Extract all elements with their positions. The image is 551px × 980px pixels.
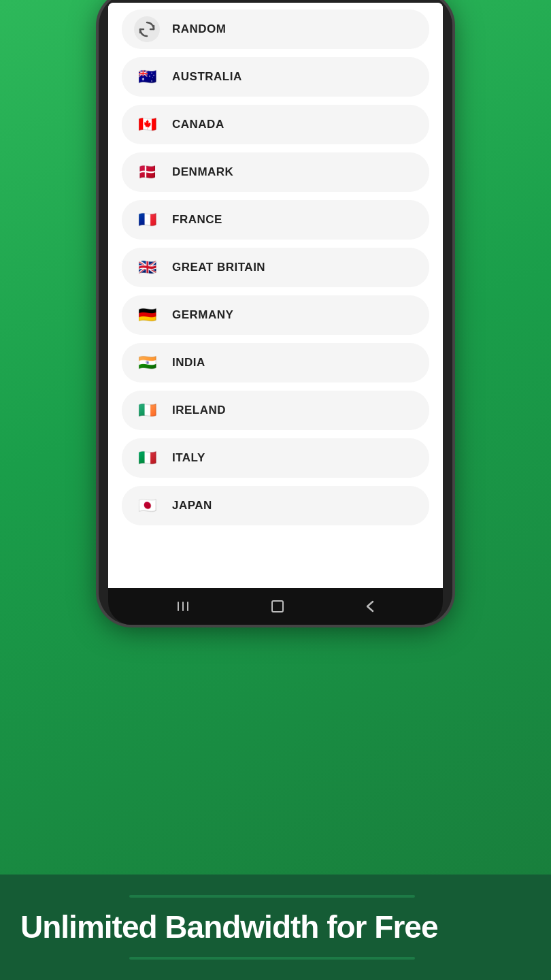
flag-great-britain: 🇬🇧 bbox=[134, 255, 160, 280]
list-item[interactable]: 🇮🇹 ITALY bbox=[122, 438, 429, 478]
country-name: ITALY bbox=[172, 451, 205, 465]
country-name: FRANCE bbox=[172, 213, 222, 227]
list-item[interactable]: 🇦🇺 AUSTRALIA bbox=[122, 57, 429, 97]
flag-denmark: 🇩🇰 bbox=[134, 159, 160, 185]
flag-germany: 🇩🇪 bbox=[134, 302, 160, 328]
bottom-banner: Unlimited Bandwidth for Free bbox=[0, 875, 551, 980]
country-name: AUSTRALIA bbox=[172, 70, 242, 84]
home-nav-icon[interactable] bbox=[270, 599, 285, 614]
banner-text: Unlimited Bandwidth for Free bbox=[20, 910, 524, 945]
country-list: RANDOM 🇦🇺 AUSTRALIA 🇨🇦 CANADA 🇩🇰 DENMARK bbox=[108, 3, 443, 540]
list-item[interactable]: RANDOM bbox=[122, 10, 429, 49]
menu-nav-icon[interactable] bbox=[176, 600, 190, 612]
random-icon bbox=[134, 16, 160, 42]
banner-line-bottom bbox=[129, 957, 415, 960]
banner-line-top bbox=[129, 895, 415, 898]
list-item[interactable]: 🇮🇪 IRELAND bbox=[122, 391, 429, 430]
list-item[interactable]: 🇬🇧 GREAT BRITAIN bbox=[122, 248, 429, 287]
country-name: DENMARK bbox=[172, 165, 233, 179]
country-name: INDIA bbox=[172, 356, 205, 370]
flag-canada: 🇨🇦 bbox=[134, 112, 160, 137]
svg-rect-0 bbox=[178, 602, 179, 611]
flag-italy: 🇮🇹 bbox=[134, 445, 160, 471]
list-item[interactable]: 🇨🇦 CANADA bbox=[122, 105, 429, 144]
list-item[interactable]: 🇮🇳 INDIA bbox=[122, 343, 429, 382]
list-item[interactable]: 🇯🇵 JAPAN bbox=[122, 486, 429, 525]
list-item[interactable]: 🇫🇷 FRANCE bbox=[122, 200, 429, 240]
flag-australia: 🇦🇺 bbox=[134, 64, 160, 90]
svg-rect-3 bbox=[272, 601, 283, 612]
svg-rect-1 bbox=[182, 602, 184, 611]
country-name: GREAT BRITAIN bbox=[172, 261, 265, 274]
back-nav-icon[interactable] bbox=[365, 599, 375, 614]
list-item[interactable]: 🇩🇪 GERMANY bbox=[122, 295, 429, 335]
list-item[interactable]: 🇩🇰 DENMARK bbox=[122, 152, 429, 192]
country-name: JAPAN bbox=[172, 499, 212, 512]
country-name: IRELAND bbox=[172, 404, 226, 417]
flag-france: 🇫🇷 bbox=[134, 207, 160, 233]
phone-screen: RANDOM 🇦🇺 AUSTRALIA 🇨🇦 CANADA 🇩🇰 DENMARK bbox=[108, 3, 443, 588]
country-name: CANADA bbox=[172, 118, 224, 131]
flag-ireland: 🇮🇪 bbox=[134, 397, 160, 423]
phone-navbar bbox=[108, 588, 443, 625]
flag-india: 🇮🇳 bbox=[134, 350, 160, 376]
flag-japan: 🇯🇵 bbox=[134, 493, 160, 519]
phone-mockup: RANDOM 🇦🇺 AUSTRALIA 🇨🇦 CANADA 🇩🇰 DENMARK bbox=[99, 0, 452, 625]
country-name: GERMANY bbox=[172, 308, 233, 322]
svg-rect-2 bbox=[187, 602, 188, 611]
country-name: RANDOM bbox=[172, 22, 227, 36]
